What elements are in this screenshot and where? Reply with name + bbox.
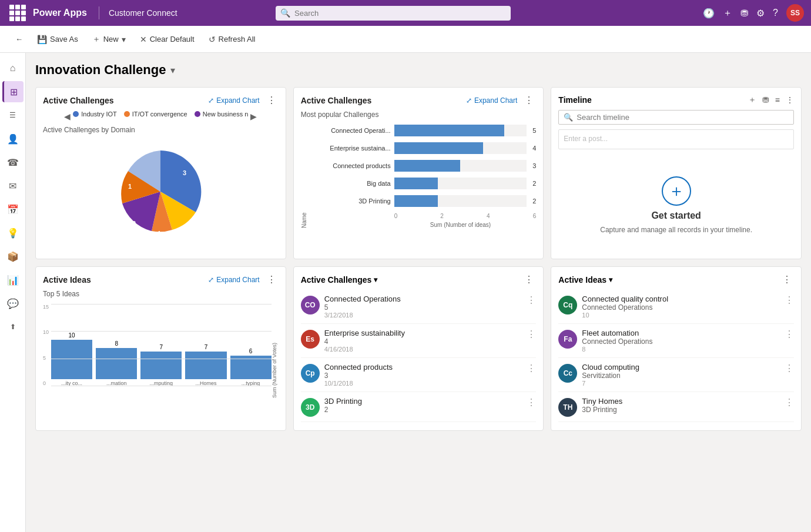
search-input[interactable] bbox=[276, 6, 511, 21]
v-bar-val-1: 8 bbox=[115, 340, 118, 347]
panel-active-challenges-list: Active Challenges ▾ ⋮ CO Connected Opera… bbox=[293, 266, 544, 431]
app-menu-button[interactable] bbox=[7, 2, 28, 24]
nav-item-reports[interactable]: 📊 bbox=[2, 269, 24, 290]
help-icon[interactable]: ? bbox=[773, 8, 778, 18]
back-button[interactable]: ← bbox=[9, 32, 29, 46]
user-avatar[interactable]: SS bbox=[786, 4, 804, 22]
challenge-content-3: 3D Printing 2 bbox=[324, 397, 522, 414]
toolbar: ← 💾 Save As ＋ New ▾ ✕ Clear Default ↺ Re… bbox=[0, 26, 811, 53]
nav-item-records[interactable]: ☰ bbox=[2, 105, 24, 126]
challenge-list-item-2: Cp Connected products 3 10/1/2018 ⋮ bbox=[301, 358, 537, 392]
refresh-all-button[interactable]: ↺ Refresh All bbox=[203, 32, 262, 47]
nav-item-ideas[interactable]: 💡 bbox=[2, 222, 24, 243]
refresh-all-label: Refresh All bbox=[219, 35, 256, 44]
panel-actions-pie: ⤢ Expand Chart ⋮ bbox=[208, 95, 278, 106]
idea-name-3: Tiny Homes bbox=[582, 397, 780, 406]
plus-icon[interactable]: ＋ bbox=[723, 7, 732, 19]
panel-title-bar: Active Challenges bbox=[301, 96, 372, 105]
more-btn-challenges-list[interactable]: ⋮ bbox=[522, 274, 536, 285]
challenge-date-0: 3/12/2018 bbox=[324, 312, 522, 319]
nav-item-dashboard[interactable]: ⊞ bbox=[2, 81, 24, 102]
nav-item-email[interactable]: ✉ bbox=[2, 175, 24, 196]
challenge-count-0: 5 bbox=[324, 303, 522, 312]
panel-title-pie: Active Challenges bbox=[43, 96, 114, 105]
filter-icon[interactable]: ⛃ bbox=[740, 8, 748, 19]
bar-val-0: 5 bbox=[532, 127, 536, 134]
back-icon: ← bbox=[15, 35, 23, 44]
more-btn-ideas-list[interactable]: ⋮ bbox=[780, 274, 794, 285]
v-bar-4 bbox=[230, 356, 272, 379]
challenge-avatar-1: Es bbox=[301, 330, 320, 349]
bar-label-1: Enterprise sustaina... bbox=[314, 145, 391, 152]
pie-prev-btn[interactable]: ◀ bbox=[64, 112, 71, 121]
main-layout: ⌂ ⊞ ☰ 👤 ☎ ✉ 📅 💡 📦 📊 💬 ⬆ Innovation Chall… bbox=[0, 53, 811, 532]
more-btn-bar[interactable]: ⋮ bbox=[522, 95, 536, 106]
tick-0: 0 bbox=[394, 213, 398, 219]
save-as-button[interactable]: 💾 Save As bbox=[31, 32, 84, 47]
tick-6: 6 bbox=[533, 213, 537, 219]
nav-item-products[interactable]: 📦 bbox=[2, 246, 24, 267]
expand-chart-ideas-label: Expand Chart bbox=[216, 276, 259, 284]
nav-item-calendar[interactable]: 📅 bbox=[2, 199, 24, 220]
expand-chart-pie-button[interactable]: ⤢ Expand Chart bbox=[208, 96, 259, 105]
page-title-chevron[interactable]: ▾ bbox=[170, 65, 175, 76]
challenges-list-scroll[interactable]: CO Connected Operations 5 3/12/2018 ⋮ Es bbox=[301, 290, 537, 422]
pie-next-btn[interactable]: ▶ bbox=[250, 112, 257, 121]
more-btn-ideas-chart[interactable]: ⋮ bbox=[264, 274, 279, 285]
challenges-list-chevron[interactable]: ▾ bbox=[374, 276, 377, 284]
timeline-more-icon[interactable]: ⋮ bbox=[786, 95, 794, 105]
challenge-more-3[interactable]: ⋮ bbox=[527, 397, 536, 408]
panel-title-ideas-chart: Active Ideas bbox=[43, 275, 91, 285]
new-button[interactable]: ＋ New ▾ bbox=[86, 31, 132, 48]
challenge-name-1: Enterprise sustainability bbox=[324, 329, 522, 337]
timeline-post-placeholder: Enter a post... bbox=[564, 135, 608, 143]
idea-more-3[interactable]: ⋮ bbox=[785, 397, 794, 408]
bar-track-4 bbox=[394, 195, 527, 207]
panel-active-ideas-list: Active Ideas ▾ ⋮ Cq Connected quality co… bbox=[551, 266, 802, 431]
challenge-more-2[interactable]: ⋮ bbox=[527, 363, 536, 374]
more-btn-pie[interactable]: ⋮ bbox=[264, 95, 279, 106]
get-started-sub: Capture and manage all records in your t… bbox=[600, 226, 752, 234]
nav-item-upload[interactable]: ⬆ bbox=[2, 316, 24, 337]
nav-item-home[interactable]: ⌂ bbox=[2, 58, 24, 79]
expand-chart-bar-button[interactable]: ⤢ Expand Chart bbox=[466, 96, 517, 105]
expand-icon-bar: ⤢ bbox=[466, 96, 472, 105]
idea-more-2[interactable]: ⋮ bbox=[785, 363, 794, 374]
clock-icon[interactable]: 🕐 bbox=[703, 8, 715, 19]
v-bar-xlabel-4: ...typing bbox=[230, 380, 272, 386]
timeline-icons: ＋ ⛃ ≡ ⋮ bbox=[748, 95, 794, 105]
expand-chart-bar-label: Expand Chart bbox=[474, 96, 517, 105]
idea-more-0[interactable]: ⋮ bbox=[785, 295, 794, 306]
panel-header-bar: Active Challenges ⤢ Expand Chart ⋮ bbox=[301, 95, 537, 106]
expand-chart-ideas-button[interactable]: ⤢ Expand Chart bbox=[208, 276, 259, 284]
v-bar-val-2: 7 bbox=[160, 344, 163, 350]
nav-item-calls[interactable]: ☎ bbox=[2, 152, 24, 173]
timeline-add-icon[interactable]: ＋ bbox=[748, 95, 756, 105]
timeline-columns-icon[interactable]: ≡ bbox=[775, 95, 780, 105]
challenge-more-0[interactable]: ⋮ bbox=[527, 295, 536, 306]
challenge-content-1: Enterprise sustainability 4 4/16/2018 bbox=[324, 329, 522, 353]
challenge-avatar-3: 3D bbox=[301, 398, 320, 417]
timeline-title: Timeline bbox=[558, 95, 592, 105]
panel-active-challenges-pie: Active Challenges ⤢ Expand Chart ⋮ ◀ bbox=[35, 87, 286, 259]
nav-item-chat[interactable]: 💬 bbox=[2, 293, 24, 314]
tick-4: 4 bbox=[487, 213, 490, 219]
timeline-post-area[interactable]: Enter a post... bbox=[558, 129, 794, 149]
ideas-list-chevron[interactable]: ▾ bbox=[609, 276, 612, 284]
pie-chart-container: ◀ Industry IOT IT/OT convergence bbox=[43, 111, 279, 245]
timeline-search-input[interactable] bbox=[577, 113, 789, 122]
settings-icon[interactable]: ⚙ bbox=[756, 8, 765, 19]
idea-more-1[interactable]: ⋮ bbox=[785, 329, 794, 340]
timeline-filter-icon[interactable]: ⛃ bbox=[762, 95, 769, 105]
pie-label-3: 3 bbox=[183, 169, 186, 176]
panel-active-challenges-bar: Active Challenges ⤢ Expand Chart ⋮ Most … bbox=[293, 87, 544, 259]
idea-sub-3: 3D Printing bbox=[582, 406, 780, 414]
bar-row-1: Enterprise sustaina... 4 bbox=[314, 142, 537, 154]
bar-row-0: Connected Operati... 5 bbox=[314, 125, 537, 136]
legend-item-2: New business n bbox=[195, 111, 249, 118]
ideas-list-scroll[interactable]: Cq Connected quality control Connected O… bbox=[558, 290, 794, 422]
challenge-more-1[interactable]: ⋮ bbox=[527, 329, 536, 340]
idea-avatar-0: Cq bbox=[558, 296, 577, 314]
clear-default-button[interactable]: ✕ Clear Default bbox=[134, 32, 200, 47]
nav-item-contacts[interactable]: 👤 bbox=[2, 128, 24, 149]
